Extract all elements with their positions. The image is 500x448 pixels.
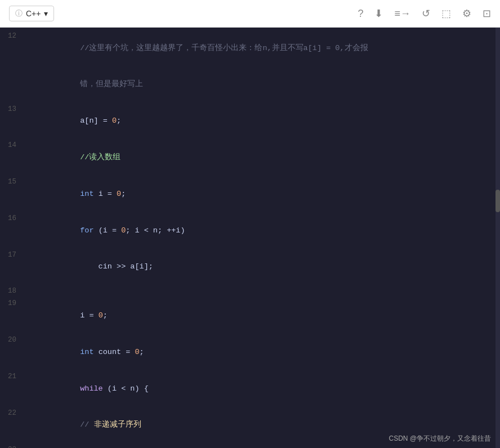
toolbar-right: ? ⬇ ≡→ ↺ ⬚ ⚙ ⊡	[358, 7, 491, 20]
code-line-18: 18	[0, 285, 500, 297]
line-code: while (i < n) {	[25, 370, 500, 407]
download-icon[interactable]: ⬇	[374, 7, 383, 20]
code-line-17: 17 cin >> a[i];	[0, 249, 500, 285]
line-number: 19	[0, 298, 25, 309]
line-number: 14	[0, 140, 25, 151]
line-number: 17	[0, 249, 25, 261]
line-code: for (i = 0; i < n; ++i)	[25, 212, 500, 249]
code-line-12b: 错，但是最好写上	[0, 66, 500, 103]
line-code: i = 0;	[25, 297, 500, 334]
line-code: int i = 0;	[25, 176, 500, 212]
line-number: 13	[0, 104, 25, 115]
line-code	[25, 285, 500, 297]
layout-icon[interactable]: ⬚	[441, 7, 451, 20]
line-code: //读入数组	[25, 139, 500, 176]
line-code: int count = 0;	[25, 334, 500, 370]
code-line-21: 21 while (i < n) {	[0, 370, 500, 407]
code-line-19: 19 i = 0;	[0, 297, 500, 334]
code-line-15: 15 int i = 0;	[0, 176, 500, 212]
scroll-thumb[interactable]	[495, 190, 500, 212]
language-label: C++	[26, 9, 41, 18]
footer-text: CSDN @争不过朝夕，又念着往昔	[389, 434, 491, 442]
line-number: 23	[0, 444, 25, 448]
code-line-20: 20 int count = 0;	[0, 334, 500, 370]
code-line-13: 13 a[n] = 0;	[0, 103, 500, 140]
scrollbar[interactable]	[495, 28, 500, 448]
code-line-16: 16 for (i = 0; i < n; ++i)	[0, 212, 500, 249]
line-number: 22	[0, 407, 25, 419]
code-content: 12 //这里有个坑，这里越越界了，千奇百怪小出来：给n,并且不写a[i] = …	[0, 28, 500, 448]
help-icon[interactable]: ?	[358, 8, 363, 20]
line-number: 20	[0, 334, 25, 346]
line-number: 12	[0, 30, 25, 42]
line-number: 21	[0, 371, 25, 382]
footer: CSDN @争不过朝夕，又念着往昔	[380, 429, 500, 448]
line-number: 15	[0, 176, 25, 187]
line-code: //这里有个坑，这里越越界了，千奇百怪小出来：给n,并且不写a[i] = 0,才…	[25, 30, 500, 66]
info-icon: ⓘ	[15, 8, 23, 19]
code-line-14: 14 //读入数组	[0, 139, 500, 176]
dropdown-icon: ▾	[44, 9, 48, 18]
language-selector[interactable]: ⓘ C++ ▾	[9, 6, 54, 21]
toolbar: ⓘ C++ ▾ ? ⬇ ≡→ ↺ ⬚ ⚙ ⊡	[0, 0, 500, 28]
line-code: cin >> a[i];	[25, 249, 500, 285]
line-number: 18	[0, 285, 25, 297]
line-code: 错，但是最好写上	[25, 66, 500, 103]
line-number: 16	[0, 213, 25, 224]
code-editor[interactable]: 12 //这里有个坑，这里越越界了，千奇百怪小出来：给n,并且不写a[i] = …	[0, 28, 500, 448]
refresh-icon[interactable]: ↺	[422, 7, 430, 20]
format-icon[interactable]: ≡→	[394, 8, 410, 20]
settings-icon[interactable]: ⚙	[462, 7, 471, 20]
fullscreen-icon[interactable]: ⊡	[483, 7, 491, 20]
line-code: a[n] = 0;	[25, 103, 500, 140]
code-line-12: 12 //这里有个坑，这里越越界了，千奇百怪小出来：给n,并且不写a[i] = …	[0, 30, 500, 66]
